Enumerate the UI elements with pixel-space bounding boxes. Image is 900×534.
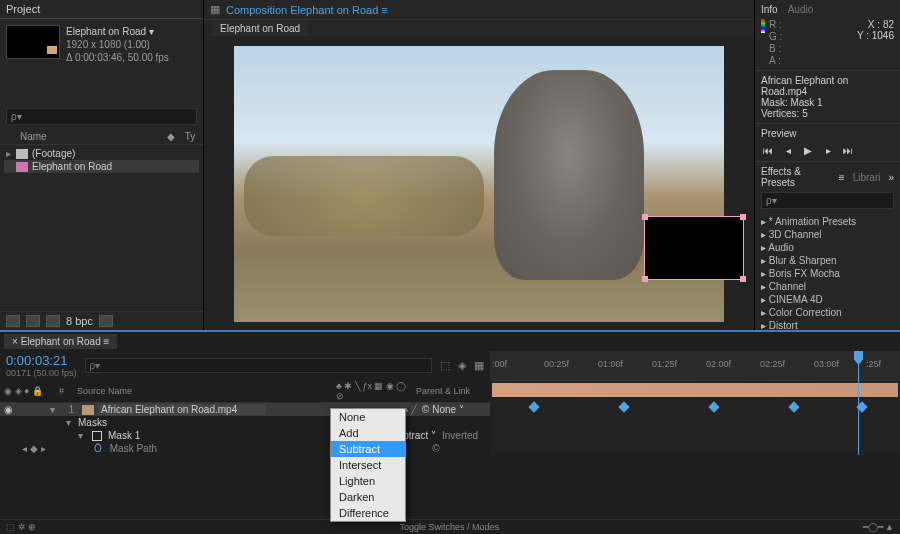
effects-search[interactable]: ρ▾ <box>761 192 894 209</box>
timeline-panel: × Elephant on Road ≡ 0:00:03:21 00171 (5… <box>0 330 900 534</box>
preview-tab[interactable]: Preview <box>761 128 894 139</box>
project-footer: 8 bpc <box>0 311 203 330</box>
composition-viewer[interactable] <box>234 46 724 322</box>
ruler-mark: 02:25f <box>760 359 785 369</box>
twirl-icon[interactable]: ▾ <box>66 417 76 428</box>
keyframe-icon[interactable] <box>788 401 799 412</box>
effect-category[interactable]: ▸ CINEMA 4D <box>761 293 894 306</box>
comp-subtab[interactable]: Elephant on Road <box>212 21 308 36</box>
effect-category[interactable]: ▸ Color Correction <box>761 306 894 319</box>
effects-tab[interactable]: Effects & Presets <box>761 166 831 188</box>
layer-name[interactable]: African Elephant on Road.mp4 <box>98 404 266 415</box>
project-folder-footage[interactable]: ▸ (Footage) <box>4 147 199 160</box>
audio-tab[interactable]: Audio <box>788 4 814 15</box>
zoom-slider[interactable]: ━◯━ ▲ <box>863 522 894 532</box>
mask-shape[interactable] <box>644 216 744 280</box>
project-tab[interactable]: Project <box>0 0 203 19</box>
mask-mode-option-darken[interactable]: Darken <box>331 489 405 505</box>
masks-group[interactable]: ▾ Masks <box>0 416 490 429</box>
mask-mode-option-lighten[interactable]: Lighten <box>331 473 405 489</box>
timeline-track-area[interactable]: :00f 00:25f 01:00f 01:25f 02:00f 02:25f … <box>490 351 900 455</box>
timeline-frameinfo: 00171 (50.00 fps) <box>6 368 77 378</box>
trash-icon[interactable] <box>99 315 113 327</box>
ruler-mark: 01:25f <box>652 359 677 369</box>
grid-icon[interactable]: ▦ <box>210 3 220 16</box>
more-tabs-icon[interactable]: » <box>888 172 894 183</box>
mask-mode-option-intersect[interactable]: Intersect <box>331 457 405 473</box>
mask-row[interactable]: ▾ Mask 1 Subtract ˅ Inverted <box>0 429 490 442</box>
timeline-timecode[interactable]: 0:00:03:21 <box>6 353 77 368</box>
layer-row[interactable]: ◉ ▾ 1 African Elephant on Road.mp4 ♣ ╱ ©… <box>0 403 490 416</box>
parent-dropdown[interactable]: None <box>432 404 456 415</box>
playhead[interactable] <box>858 351 859 455</box>
last-frame-icon[interactable]: ⏭ <box>841 143 855 157</box>
ruler-mark: 03:00f <box>814 359 839 369</box>
comp-tab-label[interactable]: Composition Elephant on Road ≡ <box>226 4 388 16</box>
tl-icon[interactable]: ◈ <box>458 359 466 372</box>
new-folder-icon[interactable] <box>26 315 40 327</box>
mask-inverted-label[interactable]: Inverted <box>436 430 486 441</box>
bpc-toggle[interactable]: 8 bpc <box>66 315 93 327</box>
ruler-mark: 02:00f <box>706 359 731 369</box>
mask-mode-option-none[interactable]: None <box>331 409 405 425</box>
col-type[interactable]: Ty <box>181 131 199 142</box>
play-icon[interactable]: ▶ <box>801 143 815 157</box>
next-frame-icon[interactable]: ▸ <box>821 143 835 157</box>
mask-mode-option-subtract[interactable]: Subtract <box>331 441 405 457</box>
effect-category[interactable]: ▸ Boris FX Mocha <box>761 267 894 280</box>
project-panel: Project Elephant on Road ▾ 1920 x 1080 (… <box>0 0 204 330</box>
layer-number: 1 <box>60 404 78 415</box>
ruler-mark: :25f <box>866 359 881 369</box>
keyframe-nav[interactable]: ◂ ◆ ▸ <box>4 443 46 454</box>
project-comp-item[interactable]: Elephant on Road <box>4 160 199 173</box>
folder-label: (Footage) <box>32 148 75 159</box>
col-name[interactable]: Name <box>16 131 161 142</box>
project-resolution: 1920 x 1080 (1.00) <box>66 38 169 51</box>
project-thumbnail[interactable] <box>6 25 60 59</box>
mask-path-row[interactable]: ◂ ◆ ▸ Ö Mask Path © <box>0 442 490 455</box>
tl-icon[interactable]: ⬚ <box>440 359 450 372</box>
project-search[interactable]: ρ▾ <box>6 108 197 125</box>
keyframe-icon[interactable] <box>618 401 629 412</box>
effect-category[interactable]: ▸ * Animation Presets <box>761 215 894 228</box>
effect-category[interactable]: ▸ Blur & Sharpen <box>761 254 894 267</box>
tl-footer-icon[interactable]: ⬚ ✲ ⊕ <box>6 522 36 532</box>
info-mask: Mask: Mask 1 <box>761 97 894 108</box>
libraries-tab[interactable]: Librari <box>853 172 881 183</box>
stopwatch-icon[interactable]: Ö <box>94 443 102 454</box>
effects-menu-icon[interactable]: ≡ <box>839 172 845 183</box>
parent-pickwhip-icon[interactable]: © <box>422 404 429 415</box>
keyframe-icon[interactable] <box>708 401 719 412</box>
keyframe-icon[interactable] <box>528 401 539 412</box>
first-frame-icon[interactable]: ⏮ <box>761 143 775 157</box>
ruler-mark: 01:00f <box>598 359 623 369</box>
effect-category[interactable]: ▸ Channel <box>761 280 894 293</box>
rgb-indicator <box>761 19 765 33</box>
twirl-icon[interactable]: ▸ <box>6 148 16 159</box>
timeline-tab[interactable]: × Elephant on Road ≡ <box>4 334 117 349</box>
effect-category[interactable]: ▸ 3D Channel <box>761 228 894 241</box>
twirl-icon[interactable]: ▾ <box>50 404 60 415</box>
interpret-icon[interactable] <box>6 315 20 327</box>
toggle-switches-button[interactable]: Toggle Switches / Modes <box>400 522 500 532</box>
twirl-icon[interactable]: ▾ <box>78 430 88 441</box>
timeline-search[interactable] <box>85 358 432 373</box>
y-value: 1046 <box>872 30 894 41</box>
layer-color-icon[interactable] <box>82 405 94 415</box>
mask-mode-option-difference[interactable]: Difference <box>331 505 405 521</box>
time-ruler[interactable]: :00f 00:25f 01:00f 01:25f 02:00f 02:25f … <box>490 351 900 381</box>
mask-color-icon[interactable] <box>92 431 102 441</box>
info-tab[interactable]: Info <box>761 4 778 15</box>
prev-frame-icon[interactable]: ◂ <box>781 143 795 157</box>
mask-mode-option-add[interactable]: Add <box>331 425 405 441</box>
layer-bar[interactable] <box>492 383 898 397</box>
visibility-icon[interactable]: ◉ <box>4 404 16 415</box>
tl-icon[interactable]: ▦ <box>474 359 484 372</box>
col-source-name[interactable]: Source Name <box>77 386 336 396</box>
effect-category[interactable]: ▸ Audio <box>761 241 894 254</box>
col-label-icon[interactable]: ◆ <box>161 131 181 142</box>
project-item-title: Elephant on Road ▾ <box>66 25 169 38</box>
a-label: A : <box>769 55 782 66</box>
new-comp-icon[interactable] <box>46 315 60 327</box>
col-parent[interactable]: Parent & Link <box>416 386 486 396</box>
